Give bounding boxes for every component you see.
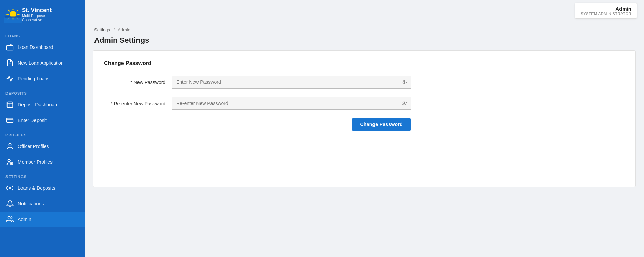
main-content: Admin SYSTEM ADMINISTRATOR Settings / Ad… xyxy=(85,0,644,257)
new-password-eye-icon[interactable]: 👁 xyxy=(401,79,408,86)
reenter-password-eye-icon[interactable]: 👁 xyxy=(401,100,408,107)
logo-icon xyxy=(4,5,22,23)
breadcrumb-current: Admin xyxy=(118,27,130,32)
sidebar-item-label-pending-loans: Pending Loans xyxy=(18,76,49,81)
reenter-password-wrapper: 👁 xyxy=(172,97,411,110)
change-password-button[interactable]: Change Password xyxy=(352,118,411,131)
svg-rect-16 xyxy=(7,102,13,108)
svg-point-20 xyxy=(8,159,10,162)
sidebar-item-label-admin: Admin xyxy=(18,217,31,222)
sidebar-item-officer-profiles[interactable]: Officer Profiles xyxy=(0,138,85,154)
change-password-title: Change Password xyxy=(104,60,625,66)
button-row: Change Password xyxy=(104,118,411,131)
user-role: SYSTEM ADMINISTRATOR xyxy=(581,12,631,16)
pending-loans-icon xyxy=(5,74,14,83)
new-loan-application-icon xyxy=(5,58,14,67)
sidebar-item-label-loan-dashboard: Loan Dashboard xyxy=(18,44,53,50)
deposit-dashboard-icon xyxy=(5,100,14,109)
sidebar-item-label-loans-deposits: Loans & Deposits xyxy=(18,185,55,191)
new-password-wrapper: 👁 xyxy=(172,76,411,89)
topbar: Admin SYSTEM ADMINISTRATOR xyxy=(85,0,644,22)
breadcrumb-root: Settings xyxy=(94,27,110,32)
sidebar-section-settings: SETTINGS xyxy=(0,170,85,180)
svg-point-25 xyxy=(8,217,10,219)
reenter-password-label: * Re-enter New Password: xyxy=(104,101,172,106)
sidebar-item-label-notifications: Notifications xyxy=(18,201,44,206)
svg-point-19 xyxy=(9,144,11,146)
page-title-bar: Admin Settings xyxy=(85,35,644,50)
sidebar-item-member-profiles[interactable]: Member Profiles xyxy=(0,154,85,170)
sidebar-item-loan-dashboard[interactable]: Loan Dashboard xyxy=(0,39,85,55)
sidebar-section-loans: LOANS xyxy=(0,29,85,39)
new-password-row: * New Password: 👁 xyxy=(104,76,411,89)
sidebar-item-notifications[interactable]: Notifications xyxy=(0,196,85,212)
sidebar-section-deposits: DEPOSITS xyxy=(0,86,85,97)
officer-profiles-icon xyxy=(5,142,14,151)
loans-deposits-icon xyxy=(5,184,14,192)
sidebar-item-enter-deposit[interactable]: Enter Deposit xyxy=(0,112,85,128)
sidebar-item-new-loan-application[interactable]: New Loan Application xyxy=(0,55,85,71)
svg-point-24 xyxy=(9,187,11,189)
new-password-label: * New Password: xyxy=(104,80,172,85)
sidebar-nav: LOANSLoan DashboardNew Loan ApplicationP… xyxy=(0,29,85,227)
sidebar-section-profiles: PROFILES xyxy=(0,128,85,138)
loan-dashboard-icon xyxy=(5,43,14,52)
svg-rect-17 xyxy=(7,118,13,123)
sidebar-item-label-new-loan-application: New Loan Application xyxy=(18,60,64,66)
sidebar-item-label-enter-deposit: Enter Deposit xyxy=(18,118,47,123)
sidebar-item-pending-loans[interactable]: Pending Loans xyxy=(0,71,85,86)
breadcrumb: Settings / Admin xyxy=(85,22,644,35)
sidebar-item-loans-deposits[interactable]: Loans & Deposits xyxy=(0,180,85,196)
sidebar-item-deposit-dashboard[interactable]: Deposit Dashboard xyxy=(0,97,85,112)
notifications-icon xyxy=(5,199,14,208)
content-area: Settings / Admin Admin Settings Change P… xyxy=(85,22,644,257)
breadcrumb-sep: / xyxy=(114,27,115,32)
sidebar-item-label-member-profiles: Member Profiles xyxy=(18,159,53,165)
svg-point-11 xyxy=(4,16,22,18)
reenter-password-input[interactable] xyxy=(172,97,411,110)
sidebar-item-admin[interactable]: Admin xyxy=(0,212,85,227)
sidebar: St. Vincent Multi-PurposeCooperative LOA… xyxy=(0,0,85,257)
admin-icon xyxy=(5,215,14,224)
sidebar-logo: St. Vincent Multi-PurposeCooperative xyxy=(0,0,85,29)
member-profiles-icon xyxy=(5,158,14,166)
new-password-input[interactable] xyxy=(172,76,411,89)
user-badge: Admin SYSTEM ADMINISTRATOR xyxy=(575,3,637,19)
brand-text: St. Vincent Multi-PurposeCooperative xyxy=(22,7,52,22)
settings-card: Change Password * New Password: 👁 * Re-e… xyxy=(93,50,636,187)
user-name: Admin xyxy=(581,6,631,12)
page-title: Admin Settings xyxy=(94,36,634,45)
sidebar-item-label-deposit-dashboard: Deposit Dashboard xyxy=(18,102,59,107)
enter-deposit-icon xyxy=(5,116,14,125)
brand-name: St. Vincent xyxy=(22,7,52,14)
reenter-password-row: * Re-enter New Password: 👁 xyxy=(104,97,411,110)
brand-sub: Multi-PurposeCooperative xyxy=(22,14,52,22)
sidebar-item-label-officer-profiles: Officer Profiles xyxy=(18,144,49,149)
